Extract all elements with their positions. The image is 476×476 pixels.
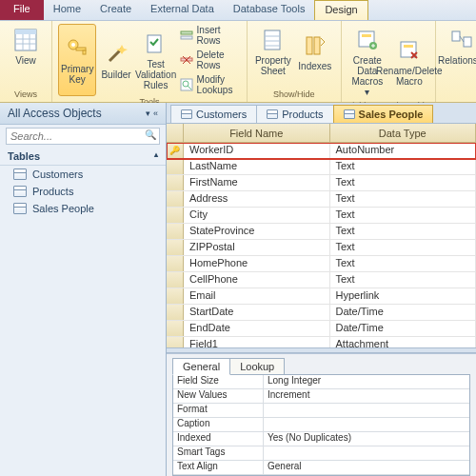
data-type-cell[interactable]: Text (330, 175, 477, 190)
property-value[interactable] (264, 404, 469, 417)
chevron-down-icon[interactable]: ▾ « (146, 109, 158, 118)
property-row[interactable]: Caption (173, 418, 469, 432)
property-value[interactable] (264, 446, 469, 460)
field-name-cell[interactable]: LastName (184, 159, 330, 174)
table-row[interactable]: Field1Attachment (167, 337, 476, 347)
data-type-cell[interactable]: Date/Time (330, 305, 477, 320)
data-type-cell[interactable]: AutoNumber (330, 143, 477, 158)
indexes-button[interactable]: Indexes (295, 24, 335, 79)
field-name-cell[interactable]: Address (184, 191, 330, 207)
property-row[interactable]: Smart Tags (173, 446, 469, 461)
object-tab[interactable]: Sales People (333, 105, 434, 123)
tab-create[interactable]: Create (90, 0, 141, 20)
row-selector[interactable] (167, 175, 184, 190)
insert-rows-button[interactable]: Insert Rows (178, 24, 241, 47)
row-selector[interactable] (167, 288, 184, 304)
grid-body[interactable]: 🔑WorkerIDAutoNumberLastNameTextFirstName… (167, 143, 476, 347)
tab-database-tools[interactable]: Database Tools (224, 0, 315, 20)
tab-home[interactable]: Home (44, 0, 90, 20)
property-row[interactable]: Format (173, 404, 469, 418)
data-type-cell[interactable]: Text (330, 208, 477, 223)
data-type-cell[interactable]: Text (330, 256, 477, 271)
property-row[interactable]: Text AlignGeneral (173, 461, 469, 475)
nav-group-tables[interactable]: Tables ▴ (0, 148, 166, 166)
field-name-cell[interactable]: FirstName (184, 175, 330, 190)
property-value[interactable]: Increment (264, 389, 469, 403)
object-tab[interactable]: Products (256, 105, 333, 123)
field-name-cell[interactable]: EndDate (184, 321, 330, 336)
field-name-cell[interactable]: WorkerID (184, 143, 330, 158)
nav-item[interactable]: Sales People (0, 200, 166, 217)
property-row[interactable]: New ValuesIncrement (173, 389, 469, 404)
data-type-cell[interactable]: Date/Time (330, 321, 477, 336)
property-value[interactable]: Long Integer (264, 375, 469, 388)
row-selector[interactable] (167, 240, 184, 255)
table-row[interactable]: StartDateDate/Time (167, 305, 476, 321)
search-input[interactable] (6, 128, 160, 145)
nav-item[interactable]: Products (0, 183, 166, 200)
test-validation-button[interactable]: Test Validation Rules (136, 24, 176, 96)
table-row[interactable]: FirstNameText (167, 175, 476, 191)
data-type-cell[interactable]: Text (330, 272, 477, 288)
row-selector[interactable] (167, 321, 184, 336)
field-name-cell[interactable]: City (184, 208, 330, 223)
tab-external-data[interactable]: External Data (141, 0, 224, 20)
table-row[interactable]: CellPhoneText (167, 272, 476, 288)
table-row[interactable]: CityText (167, 208, 476, 224)
table-row[interactable]: HomePhoneText (167, 256, 476, 272)
row-selector[interactable]: 🔑 (167, 143, 184, 158)
tab-design[interactable]: Design (314, 0, 367, 20)
field-name-cell[interactable]: ZIPPostal (184, 240, 330, 255)
nav-item[interactable]: Customers (0, 166, 166, 183)
data-type-cell[interactable]: Text (330, 240, 477, 255)
row-selector[interactable] (167, 191, 184, 207)
builder-button[interactable]: Builder (98, 24, 133, 96)
col-data-type[interactable]: Data Type (330, 124, 477, 142)
field-name-cell[interactable]: StartDate (184, 305, 330, 320)
property-value[interactable] (264, 418, 469, 431)
property-sheet-button[interactable]: Property Sheet (253, 24, 293, 79)
property-value[interactable]: Yes (No Duplicates) (264, 432, 469, 446)
row-selector[interactable] (167, 256, 184, 271)
row-selector[interactable] (167, 224, 184, 239)
col-field-name[interactable]: Field Name (184, 124, 330, 142)
data-type-cell[interactable]: Text (330, 159, 477, 174)
table-row[interactable]: EndDateDate/Time (167, 321, 476, 337)
modify-lookups-button[interactable]: Modify Lookups (178, 73, 241, 96)
table-row[interactable]: EmailHyperlink (167, 288, 476, 305)
property-value[interactable]: General (264, 461, 469, 474)
file-tab[interactable]: File (0, 0, 44, 20)
table-row[interactable]: StateProvinceText (167, 224, 476, 240)
row-selector[interactable] (167, 272, 184, 288)
table-row[interactable]: LastNameText (167, 159, 476, 175)
data-type-cell[interactable]: Text (330, 191, 477, 207)
field-name-cell[interactable]: Email (184, 288, 330, 304)
create-data-macros-button[interactable]: Create Data Macros ▾ (347, 24, 387, 100)
data-type-cell[interactable]: Text (330, 224, 477, 239)
row-selector[interactable] (167, 305, 184, 320)
table-row[interactable]: 🔑WorkerIDAutoNumber (167, 143, 476, 159)
field-name-cell[interactable]: HomePhone (184, 256, 330, 271)
row-selector[interactable] (167, 208, 184, 223)
delete-rows-button[interactable]: Delete Rows (178, 49, 241, 71)
relationships-button[interactable]: Relationshi (442, 24, 476, 69)
field-name-cell[interactable]: CellPhone (184, 272, 330, 288)
field-name-cell[interactable]: Field1 (184, 337, 330, 347)
field-name-cell[interactable]: StateProvince (184, 224, 330, 239)
nav-header[interactable]: All Access Objects ▾ « (0, 103, 166, 125)
row-selector-header[interactable] (167, 124, 184, 142)
data-type-cell[interactable]: Attachment (330, 337, 477, 347)
prop-tab-general[interactable]: General (172, 358, 230, 375)
row-selector[interactable] (167, 159, 184, 174)
prop-tab-lookup[interactable]: Lookup (229, 358, 285, 375)
property-row[interactable]: Field SizeLong Integer (173, 375, 469, 389)
primary-key-button[interactable]: Primary Key (58, 24, 96, 96)
row-selector[interactable] (167, 337, 184, 347)
view-button[interactable]: View (6, 24, 46, 69)
rename-delete-macro-button[interactable]: Rename/Delete Macro (389, 24, 429, 100)
search-icon[interactable]: 🔍 (145, 129, 156, 140)
table-row[interactable]: ZIPPostalText (167, 240, 476, 256)
property-row[interactable]: IndexedYes (No Duplicates) (173, 432, 469, 446)
object-tab[interactable]: Customers (170, 105, 257, 123)
data-type-cell[interactable]: Hyperlink (330, 288, 477, 304)
